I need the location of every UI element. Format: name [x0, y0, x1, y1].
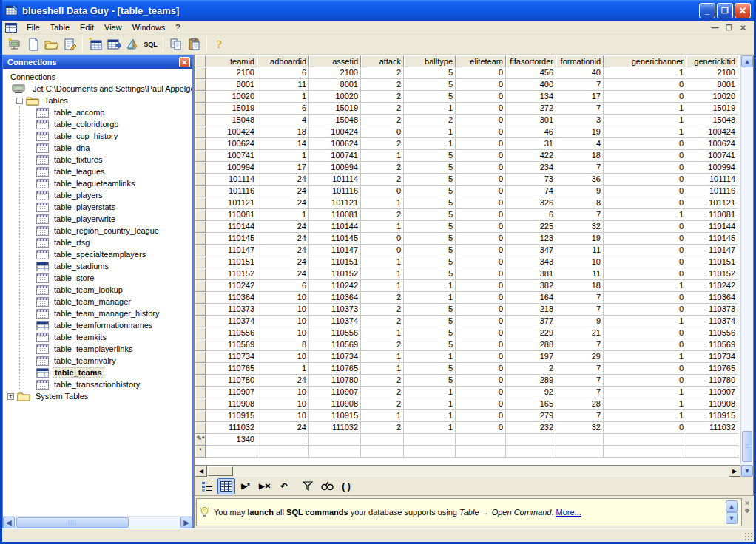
cell-generickitid[interactable]: 110373 — [686, 304, 738, 316]
cell-fifasortorder[interactable] — [506, 434, 556, 446]
cell-formationid[interactable]: 3 — [556, 115, 604, 126]
cell-fifasortorder[interactable]: 6 — [506, 209, 556, 221]
cell-balltype[interactable]: 1 — [404, 280, 456, 292]
row-selector[interactable] — [195, 138, 206, 150]
cell-adboardid[interactable]: 24 — [257, 268, 309, 280]
cell-teamid[interactable]: 110765 — [206, 363, 257, 375]
tree-item-table_teamrivalry[interactable]: table_teamrivalry — [20, 355, 192, 367]
cell-assetid[interactable]: 101116 — [309, 186, 361, 197]
cell-balltype[interactable]: 5 — [404, 197, 456, 209]
cell-eliteteam[interactable]: 0 — [456, 422, 506, 434]
tree-item-table_store[interactable]: table_store — [20, 272, 192, 284]
cell-adboardid[interactable]: 14 — [257, 138, 309, 150]
cell-assetid[interactable]: 110734 — [309, 351, 361, 363]
cell-formationid[interactable]: 18 — [556, 150, 604, 162]
cell-balltype[interactable]: 5 — [404, 304, 456, 316]
cell-fifasortorder[interactable]: 343 — [506, 256, 556, 268]
cell-attack[interactable]: 1 — [361, 410, 404, 422]
row-selector[interactable] — [195, 375, 206, 387]
properties-icon[interactable] — [61, 35, 79, 53]
row-selector[interactable] — [195, 197, 206, 209]
cell-teamid[interactable]: 15019 — [206, 103, 257, 115]
cell-balltype[interactable] — [404, 434, 456, 446]
cell-eliteteam[interactable]: 0 — [456, 375, 506, 387]
cell-attack[interactable]: 1 — [361, 256, 404, 268]
row-selector[interactable] — [195, 245, 206, 256]
cell-formationid[interactable] — [556, 446, 604, 458]
row-selector[interactable] — [195, 268, 206, 280]
cell-fifasortorder[interactable]: 301 — [506, 115, 556, 126]
cell-fifasortorder[interactable]: 74 — [506, 186, 556, 197]
cell-genericbanner[interactable]: 1 — [604, 115, 686, 126]
cell-adboardid[interactable]: 10 — [257, 398, 309, 410]
cell-genericbanner[interactable]: 0 — [604, 221, 686, 233]
hint-pin-icon[interactable]: ❖ — [744, 507, 750, 514]
cell-attack[interactable]: 0 — [361, 186, 404, 197]
cell-fifasortorder[interactable]: 165 — [506, 398, 556, 410]
cell-balltype[interactable]: 5 — [404, 233, 456, 245]
resize-grip[interactable] — [743, 531, 753, 541]
cell-generickitid[interactable] — [686, 446, 738, 458]
cell-teamid[interactable]: 15048 — [206, 115, 257, 126]
row-selector[interactable] — [195, 162, 206, 174]
cell-attack[interactable]: 1 — [361, 268, 404, 280]
cell-eliteteam[interactable]: 0 — [456, 304, 506, 316]
grid-vertical-scrollbar[interactable]: ▲ ▼ — [740, 55, 753, 477]
cell-assetid[interactable]: 15019 — [309, 103, 361, 115]
cell-balltype[interactable]: 5 — [404, 186, 456, 197]
cell-generickitid[interactable]: 100424 — [686, 126, 738, 138]
tree-item-table_playerstats[interactable]: table_playerstats — [20, 201, 192, 213]
cell-eliteteam[interactable]: 0 — [456, 327, 506, 339]
column-header-generickitid[interactable]: generickitid — [686, 55, 738, 67]
cell-balltype[interactable]: 1 — [404, 292, 456, 304]
cell-teamid[interactable]: 110734 — [206, 351, 257, 363]
column-header-assetid[interactable]: assetid — [309, 55, 361, 67]
menu-file[interactable]: File — [21, 21, 45, 33]
cell-genericbanner[interactable]: 1 — [604, 410, 686, 422]
cell-formationid[interactable]: 32 — [556, 221, 604, 233]
form-view-icon[interactable] — [198, 478, 216, 494]
cell-formationid[interactable]: 32 — [556, 422, 604, 434]
cell-generickitid[interactable]: 101121 — [686, 197, 738, 209]
cell-attack[interactable]: 2 — [361, 103, 404, 115]
cell-assetid[interactable]: 110373 — [309, 304, 361, 316]
cell-genericbanner[interactable]: 0 — [604, 245, 686, 256]
cell-eliteteam[interactable]: 0 — [456, 387, 506, 398]
row-selector[interactable] — [195, 115, 206, 126]
row-selector[interactable] — [195, 186, 206, 197]
cell-assetid[interactable]: 110145 — [309, 233, 361, 245]
cell-eliteteam[interactable]: 0 — [456, 209, 506, 221]
cell-generickitid[interactable]: 110907 — [686, 387, 738, 398]
tree-item-table_fixtures[interactable]: table_fixtures — [20, 154, 192, 166]
cell-attack[interactable]: 2 — [361, 316, 404, 327]
cell-attack[interactable]: 1 — [361, 150, 404, 162]
cell-assetid[interactable]: 2100 — [309, 67, 361, 79]
cell-genericbanner[interactable]: 0 — [604, 79, 686, 91]
cell-adboardid[interactable]: 10 — [257, 327, 309, 339]
open-folder-icon[interactable] — [42, 35, 61, 53]
cell-eliteteam[interactable] — [456, 446, 506, 458]
row-selector[interactable] — [195, 410, 206, 422]
cell-genericbanner[interactable]: 0 — [604, 256, 686, 268]
cell-adboardid[interactable]: 6 — [257, 67, 309, 79]
cell-balltype[interactable]: 1 — [404, 398, 456, 410]
cell-balltype[interactable]: 1 — [404, 138, 456, 150]
tree-item-table_transactionhistory[interactable]: table_transactionhistory — [20, 378, 192, 390]
row-selector[interactable] — [195, 209, 206, 221]
new-file-icon[interactable] — [24, 35, 42, 53]
titlebar[interactable]: blueshell Data Guy - [table_teams] _ ❐ ✕ — [2, 0, 754, 21]
cell-fifasortorder[interactable]: 73 — [506, 174, 556, 186]
cell-assetid[interactable]: 100994 — [309, 162, 361, 174]
row-selector[interactable] — [195, 79, 206, 91]
cell-attack[interactable]: 1 — [361, 280, 404, 292]
cell-generickitid[interactable]: 110144 — [686, 221, 738, 233]
mdi-close-button[interactable]: ✕ — [737, 22, 749, 33]
cell-teamid[interactable]: 110373 — [206, 304, 257, 316]
cell-generickitid[interactable]: 110152 — [686, 268, 738, 280]
cell-balltype[interactable]: 1 — [404, 410, 456, 422]
row-selector[interactable] — [195, 363, 206, 375]
cell-teamid[interactable]: 110915 — [206, 410, 257, 422]
cell-teamid[interactable]: 110242 — [206, 280, 257, 292]
cell-eliteteam[interactable]: 0 — [456, 79, 506, 91]
cell-attack[interactable]: 2 — [361, 339, 404, 351]
